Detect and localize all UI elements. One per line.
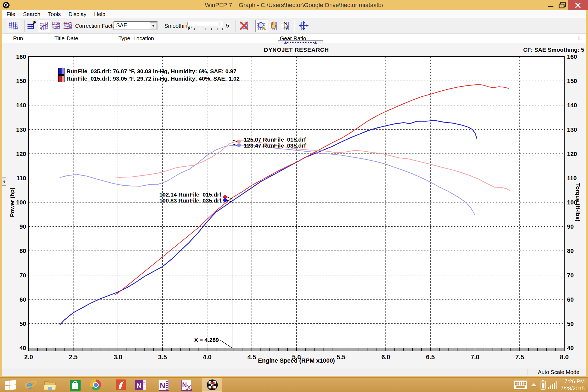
column-divider [52,35,52,42]
column-title[interactable]: Title [54,35,65,42]
chrome-icon[interactable] [89,379,102,391]
file-explorer-icon[interactable] [44,379,57,391]
winpep-icon[interactable]: 7 [206,379,219,391]
toolbar-separator [24,20,25,32]
graph-two-runs-button[interactable] [50,20,62,32]
pan-graph-icon [268,20,279,31]
svg-text:N: N [136,381,142,390]
select-graph-icon [280,20,291,31]
menu-file[interactable]: File [4,10,17,18]
delete-run-button[interactable] [238,20,250,32]
clock-time: 7:26 PM [561,378,585,385]
zoom-graph-icon [256,20,267,31]
clock-date: 7/28/2015 [561,385,585,392]
pan-graph-button[interactable] [267,20,280,32]
graph-single-run-button[interactable] [38,20,50,32]
graph-panel [2,43,586,368]
office-app-icon[interactable] [114,379,127,391]
chevron-down-icon[interactable]: ▼ [150,22,157,29]
tray-expand-icon[interactable] [530,382,537,387]
column-location[interactable]: Location [133,35,154,42]
graph-three-runs-icon [62,20,73,31]
svg-text:N: N [182,381,187,388]
column-divider [275,35,275,42]
grid-export-icon [26,20,37,31]
menu-display[interactable]: Display [66,10,89,18]
run-list-header: Run Title Date Type Location Gear Ratio [2,34,586,43]
minimize-icon [545,0,557,10]
network-signal-icon[interactable] [548,381,557,389]
export-grid-button[interactable] [26,20,38,32]
graph-two-runs-icon [50,20,61,31]
taskbar-clock[interactable]: 7:26 PM 7/28/2015 [561,378,585,392]
column-date[interactable]: Date [67,35,78,42]
scale-mode-status: Auto Scale Mode [538,369,579,375]
restore-button[interactable] [557,0,568,10]
auto-scale-icon [298,20,309,31]
select-graph-button[interactable] [279,20,292,32]
menu-search[interactable]: Search [21,10,42,18]
column-divider [64,35,64,42]
onenote-clipper-icon[interactable]: N [180,379,193,391]
battery-icon[interactable] [540,380,546,390]
smoothing-slider-thumb[interactable] [218,21,221,27]
title-bar: 7 WinPEP 7 Graph - C:\Users\hector\Googl… [0,0,588,10]
menu-help[interactable]: Help [92,10,108,18]
correction-factor-label: Correction Factor: [75,23,119,29]
onenote-alt-icon[interactable]: N [157,379,170,391]
delete-run-icon [238,20,249,31]
grid-handle-icon[interactable] [578,36,582,40]
svg-text:N: N [160,381,165,390]
close-button[interactable] [568,0,588,10]
toolbar-separator [253,20,253,32]
svg-text:7: 7 [210,380,215,390]
column-type[interactable]: Type [118,35,130,42]
toolbar-separator [294,20,295,32]
close-icon [568,0,588,10]
graph-single-run-icon [39,20,50,31]
left-arrow-icon [3,180,5,183]
windows-store-icon[interactable] [69,379,82,391]
smoothing-slider[interactable] [187,22,223,26]
gear-ratio-track [285,42,316,43]
column-divider [116,35,116,42]
menu-bar: File Search Tools Display Help [2,10,586,18]
correction-factor-value: SAE [116,22,127,28]
window-title: WinPEP 7 Graph - C:\Users\hector\Google … [0,0,588,10]
smoothing-slider-ticks [188,28,223,30]
taskbar: e N [0,377,588,392]
touch-keyboard-icon[interactable] [514,380,527,390]
svg-text:e: e [26,379,32,391]
status-bar: Auto Scale Mode [2,368,586,376]
start-icon[interactable] [4,379,17,391]
internet-explorer-icon[interactable]: e [24,379,37,391]
menu-tools[interactable]: Tools [46,10,63,18]
gear-ratio-right-arrow-icon[interactable] [314,41,317,44]
window-border [586,10,588,376]
grid-icon [8,20,19,31]
toolbar: Correction Factor: SAE ▼ Smoothing: 5 [2,18,586,34]
column-run[interactable]: Run [13,35,23,42]
correction-factor-select[interactable]: SAE ▼ [114,21,158,30]
grid-view-button[interactable] [7,20,19,32]
window-border [0,10,2,376]
column-divider [131,35,131,42]
smoothing-value: 5 [226,22,229,29]
screen: 7 WinPEP 7 Graph - C:\Users\hector\Googl… [0,0,588,392]
graph-three-runs-button[interactable] [62,20,74,32]
auto-scale-button[interactable] [298,20,310,32]
onenote-icon[interactable]: N [134,379,147,391]
panel-splitter-arrow[interactable] [2,177,6,186]
minimize-button[interactable] [545,0,557,10]
toolbar-separator [235,20,236,32]
status-divider [528,369,528,375]
gear-ratio-slider[interactable] [278,40,323,44]
restore-icon [557,0,568,10]
zoom-graph-button[interactable] [255,20,268,32]
